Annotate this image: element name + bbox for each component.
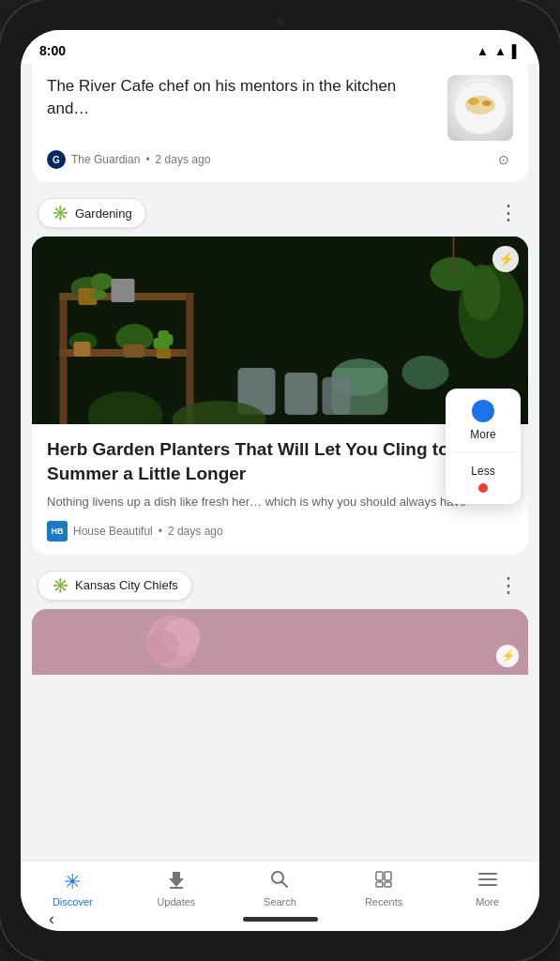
kansas-star-icon: ✳️: [52, 577, 69, 594]
gardening-label: Gardening: [75, 206, 132, 221]
bottom-article-preview: ⚡: [32, 609, 528, 675]
status-bar: 8:00 ▲ ▲ ▌: [21, 30, 539, 64]
recents-label: Recents: [365, 896, 402, 908]
source-name: The Guardian: [71, 153, 140, 166]
status-icons: ▲ ▲ ▌: [477, 44, 521, 58]
svg-rect-16: [74, 342, 91, 357]
recents-icon: [373, 869, 394, 894]
kansas-topic-pill[interactable]: ✳️ Kansas City Chiefs: [38, 571, 192, 601]
bottom-navigation: ✳ Discover Updates: [21, 861, 539, 911]
discover-icon: ✳: [64, 870, 81, 894]
camera-dot: [276, 17, 285, 26]
svg-rect-20: [154, 338, 161, 349]
less-popup-item[interactable]: Less: [446, 453, 521, 504]
more-dot-icon: [472, 400, 494, 422]
more-icon: [477, 869, 498, 894]
svg-point-25: [402, 356, 449, 389]
guardian-icon: G: [47, 150, 66, 169]
hb-time-ago: 2 days ago: [168, 525, 223, 538]
svg-point-1: [465, 96, 495, 114]
svg-point-14: [92, 290, 107, 299]
more-less-popup: More Less: [446, 389, 521, 504]
phone-frame: 8:00 ▲ ▲ ▌ The River Cafe chef on his me…: [0, 0, 560, 961]
wifi-icon: ▲: [477, 44, 489, 58]
updates-icon: [166, 869, 187, 894]
phone-screen: 8:00 ▲ ▲ ▌ The River Cafe chef on his me…: [21, 30, 539, 931]
back-arrow-icon[interactable]: ‹: [49, 909, 54, 929]
svg-rect-18: [124, 344, 144, 358]
svg-rect-31: [285, 373, 318, 415]
article-source: HB House Beautiful • 2 days ago: [47, 521, 223, 542]
gardening-more-button[interactable]: ⋮: [494, 197, 522, 229]
article-snippet: Nothing livens up a dish like fresh her……: [47, 493, 513, 511]
svg-line-42: [282, 882, 288, 888]
article-meta: HB House Beautiful • 2 days ago: [47, 521, 513, 542]
article-title: Herb Garden Planters That Will Let You C…: [47, 437, 513, 485]
battery-icon: ▌: [512, 44, 521, 58]
home-bar: [243, 917, 318, 922]
gardening-topic-pill[interactable]: ✳️ Gardening: [38, 198, 146, 228]
pin-icon[interactable]: ⊙: [494, 150, 513, 169]
nav-updates[interactable]: Updates: [125, 869, 229, 908]
nav-discover[interactable]: ✳ Discover: [21, 870, 125, 908]
svg-point-2: [468, 98, 479, 105]
kansas-more-button[interactable]: ⋮: [494, 570, 522, 602]
hb-icon: HB: [47, 521, 68, 542]
gardening-section-header: ✳️ Gardening ⋮: [21, 188, 539, 236]
first-card-source: G The Guardian • 2 days ago: [47, 150, 210, 169]
search-label: Search: [264, 896, 296, 908]
svg-rect-21: [166, 334, 174, 345]
svg-rect-46: [385, 882, 391, 887]
first-card-text: The River Cafe chef on his mentors in th…: [47, 75, 438, 124]
hb-source-name: House Beautiful: [73, 525, 153, 538]
first-card-thumbnail: [447, 75, 513, 141]
first-card-meta: G The Guardian • 2 days ago ⊙: [47, 150, 513, 169]
svg-point-11: [91, 273, 114, 290]
kansas-label: Kansas City Chiefs: [75, 578, 178, 592]
less-popup-label: Less: [471, 465, 494, 478]
more-label: More: [476, 896, 499, 908]
first-card-title: The River Cafe chef on his mentors in th…: [47, 75, 438, 120]
search-icon: [269, 869, 290, 894]
more-popup-label: More: [470, 428, 495, 441]
svg-point-3: [482, 100, 492, 106]
svg-rect-45: [376, 882, 383, 887]
svg-rect-32: [323, 377, 351, 415]
home-bar-area: ‹: [21, 911, 539, 931]
status-time: 8:00: [39, 43, 66, 58]
discover-label: Discover: [53, 896, 93, 908]
google-star-icon: ✳️: [52, 205, 69, 221]
updates-label: Updates: [157, 896, 195, 908]
nav-search[interactable]: Search: [228, 869, 332, 908]
svg-rect-44: [385, 872, 391, 880]
plate-image: [447, 75, 513, 141]
svg-rect-43: [376, 872, 383, 880]
more-popup-item[interactable]: More: [446, 389, 521, 453]
signal-icon: ▲: [494, 44, 507, 58]
bottom-flash-badge: ⚡: [496, 645, 519, 667]
flash-badge: ⚡: [492, 246, 519, 272]
svg-rect-6: [60, 293, 68, 424]
herb-garden-article-card: ⚡ Herb Garden Planters That Will Let You…: [32, 236, 528, 555]
nav-recents[interactable]: Recents: [332, 869, 436, 908]
svg-rect-22: [157, 349, 172, 358]
time-ago: 2 days ago: [156, 153, 211, 166]
less-dot-icon: [478, 483, 488, 493]
time-separator: •: [145, 153, 149, 166]
svg-point-29: [463, 265, 501, 321]
svg-rect-13: [112, 279, 135, 302]
scroll-area[interactable]: The River Cafe chef on his mentors in th…: [21, 64, 539, 861]
svg-rect-39: [32, 609, 528, 675]
first-card: The River Cafe chef on his mentors in th…: [32, 64, 528, 182]
kansas-section-header: ✳️ Kansas City Chiefs ⋮: [21, 560, 539, 609]
nav-more[interactable]: More: [435, 869, 539, 908]
